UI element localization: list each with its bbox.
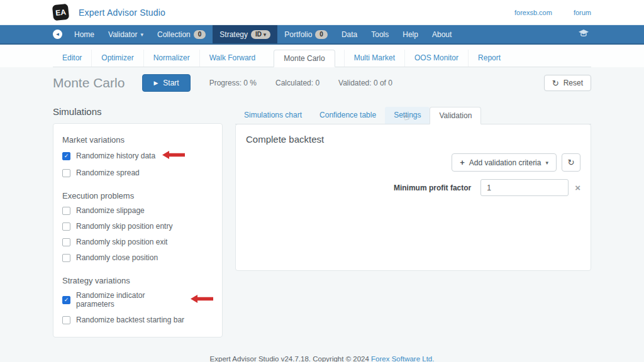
option-randomly-skip-position-entry[interactable]: Randomly skip position entry [62, 219, 213, 234]
checkbox[interactable] [62, 222, 70, 231]
footer-text: Expert Advisor Studio v24.7.18. Copyrigh… [210, 355, 372, 362]
tab-walk-forward[interactable]: Walk Forward [199, 50, 265, 67]
red-highlight-arrow [162, 150, 185, 162]
tab-settings[interactable]: Settings [385, 107, 430, 124]
refresh-icon: ↻ [568, 158, 575, 167]
checkbox[interactable] [62, 169, 70, 177]
page-title: Monte Carlo [53, 75, 125, 90]
nav-data[interactable]: Data [335, 25, 364, 43]
footer-link[interactable]: Forex Software Ltd. [371, 355, 434, 362]
nav-portfolio[interactable]: Portfolio 0 [277, 25, 335, 43]
checkbox[interactable] [62, 207, 70, 215]
option-randomize-history-data[interactable]: Randomize history data [62, 147, 213, 165]
nav-home[interactable]: Home [67, 25, 101, 43]
tab-normalizer[interactable]: Normalizer [143, 50, 199, 67]
plus-icon: + [460, 158, 465, 167]
calculated-status: Calculated: 0 [275, 79, 319, 87]
tab-confidence-table[interactable]: Confidence table [311, 107, 385, 124]
graduation-cap-icon[interactable] [579, 29, 589, 40]
tab-monte-carlo[interactable]: Monte Carlo [274, 50, 335, 67]
strategy-id-badge[interactable]: ID ▾ [251, 30, 270, 39]
ea-logo: EA [52, 4, 69, 21]
refresh-criteria-button[interactable]: ↻ [562, 153, 580, 172]
option-randomize-spread[interactable]: Randomize spread [62, 165, 213, 181]
start-button[interactable]: ▶ Start [142, 74, 190, 92]
simulations-panel: Market variations Randomize history data… [53, 123, 223, 337]
simulations-heading: Simulations [53, 106, 223, 117]
checkbox[interactable] [62, 296, 70, 304]
link-forum[interactable]: forum [574, 9, 591, 16]
nav-about[interactable]: About [425, 25, 458, 43]
nav-collection[interactable]: Collection 0 [150, 25, 213, 43]
portfolio-count-badge: 0 [315, 30, 328, 39]
min-profit-factor-input[interactable] [480, 179, 569, 196]
tab-oos-monitor[interactable]: OOS Monitor [404, 50, 468, 67]
chevron-down-icon: ▾ [141, 31, 144, 38]
checkbox[interactable] [62, 152, 70, 160]
checkbox[interactable] [62, 254, 70, 262]
chevron-down-icon: ▾ [264, 31, 267, 38]
nav-tools[interactable]: Tools [364, 25, 396, 43]
checkbox[interactable] [62, 316, 70, 324]
app-title: Expert Advisor Studio [79, 8, 165, 18]
reset-button[interactable]: ↻ Reset [544, 75, 591, 91]
link-forexsb[interactable]: forexsb.com [514, 9, 552, 16]
result-tabstrip: Simulations chart Confidence table Setti… [235, 107, 591, 124]
tab-validation[interactable]: Validation [430, 107, 481, 124]
progress-status: Progress: 0 % [209, 79, 257, 87]
ea-logo-text: EA [55, 8, 66, 18]
option-randomize-slippage[interactable]: Randomize slippage [62, 203, 213, 219]
option-randomize-backtest-starting-bar[interactable]: Randomize backtest starting bar [62, 312, 213, 328]
add-validation-criteria-button[interactable]: + Add validation criteria ▾ [452, 153, 557, 172]
option-randomly-close-position[interactable]: Randomly close position [62, 250, 213, 266]
collapse-menu-button[interactable]: ◂ [53, 25, 67, 43]
tab-simulations-chart[interactable]: Simulations chart [235, 107, 311, 124]
main-content: Simulations Market variations Randomize … [53, 98, 591, 337]
chevron-down-icon: ▾ [545, 160, 548, 166]
criteria-label: Minimum profit factor [394, 184, 471, 192]
nav-help[interactable]: Help [396, 25, 425, 43]
group-market-variations: Market variations [62, 131, 213, 147]
complete-backtest-heading: Complete backtest [246, 134, 580, 145]
validation-panel: Complete backtest + Add validation crite… [235, 124, 591, 271]
group-execution-problems: Execution problems [62, 187, 213, 203]
nav-strategy[interactable]: Strategy ID ▾ [213, 25, 277, 43]
option-randomly-skip-position-exit[interactable]: Randomly skip position exit [62, 234, 213, 250]
red-highlight-arrow [191, 294, 213, 305]
main-navbar: ◂ Home Validator ▾ Collection 0 Strategy… [0, 25, 644, 45]
collection-count-badge: 0 [194, 30, 206, 39]
option-randomize-indicator-parameters[interactable]: Randomize indicator parameters [62, 288, 213, 312]
play-icon: ▶ [153, 80, 158, 86]
tab-multi-market[interactable]: Multi Market [344, 50, 404, 67]
remove-criteria-icon[interactable]: × [575, 183, 580, 192]
refresh-icon: ↻ [552, 79, 559, 87]
validated-status: Validated: 0 of 0 [338, 79, 392, 87]
group-strategy-variations: Strategy variations [62, 272, 213, 288]
footer: Expert Advisor Studio v24.7.18. Copyrigh… [0, 355, 644, 362]
tab-editor[interactable]: Editor [53, 50, 91, 67]
tab-report[interactable]: Report [468, 50, 510, 67]
checkbox[interactable] [62, 238, 70, 246]
tab-optimizer[interactable]: Optimizer [91, 50, 143, 67]
top-header: EA Expert Advisor Studio forexsb.com for… [0, 0, 644, 25]
module-tabstrip: Editor Optimizer Normalizer Walk Forward… [0, 45, 644, 67]
collapse-arrow-icon: ◂ [53, 30, 62, 39]
nav-validator[interactable]: Validator ▾ [101, 25, 150, 43]
monte-carlo-toolbar: Monte Carlo ▶ Start Progress: 0 % Calcul… [0, 67, 644, 98]
criteria-row: Minimum profit factor × [246, 179, 580, 196]
